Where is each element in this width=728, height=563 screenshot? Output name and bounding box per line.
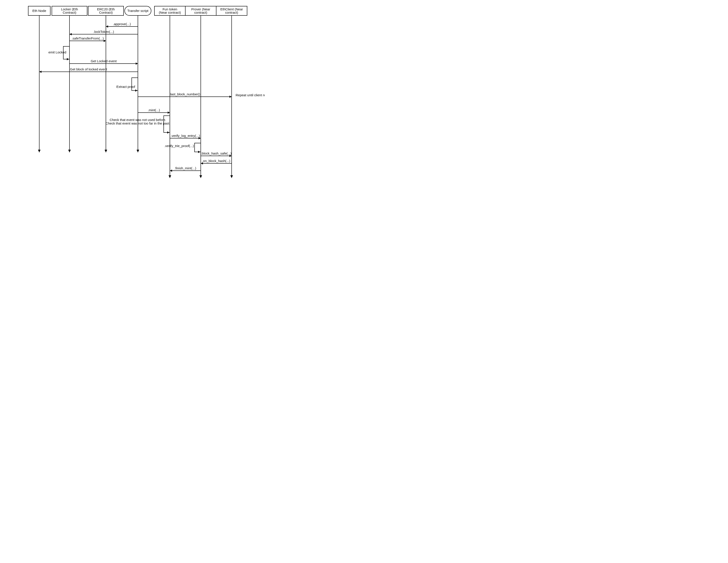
msg-label-13: .on_block_hash(...) bbox=[202, 159, 230, 163]
actor-label-script: Transfer script bbox=[127, 9, 148, 13]
svg-marker-16 bbox=[167, 131, 169, 133]
svg-marker-1 bbox=[68, 150, 71, 152]
svg-marker-11 bbox=[136, 62, 138, 65]
msg-label-11: .verify_trie_proof(...) bbox=[164, 144, 194, 148]
sequence-diagram: Eth NodeLocker (EthContract)ERC20 (EthCo… bbox=[0, 0, 265, 199]
svg-marker-0 bbox=[38, 150, 41, 152]
msg-label-12: .block_hash_safe(...) bbox=[201, 151, 231, 155]
msg-note-7: Repeat until client receives the block w… bbox=[236, 93, 265, 97]
msg-label-9: Check that event was not used before.Che… bbox=[106, 118, 170, 125]
msg-label-7: .last_block_number() bbox=[169, 92, 200, 96]
svg-marker-21 bbox=[170, 169, 172, 172]
msg-label-3: emit Locked bbox=[49, 50, 66, 54]
svg-marker-9 bbox=[104, 40, 106, 42]
svg-marker-12 bbox=[39, 71, 41, 73]
actor-label-erc20: ERC20 (EthContract) bbox=[97, 7, 115, 14]
svg-marker-6 bbox=[230, 175, 233, 178]
msg-label-5: Get block of locked event bbox=[70, 67, 107, 71]
msg-label-2: .safeTransferFrom(...) bbox=[72, 36, 104, 40]
msg-label-8: .mint(...) bbox=[148, 108, 160, 112]
svg-marker-8 bbox=[69, 33, 72, 35]
svg-marker-2 bbox=[105, 150, 107, 152]
msg-label-14: .finish_mint(...) bbox=[174, 166, 196, 170]
self-msg-11 bbox=[195, 143, 201, 152]
self-msg-6 bbox=[132, 78, 138, 90]
msg-label-6: Extract proof bbox=[116, 85, 135, 88]
actor-label-eth: Eth Node bbox=[32, 9, 46, 13]
svg-marker-5 bbox=[199, 175, 202, 178]
actor-label-locker: Locker (EthContract) bbox=[61, 7, 78, 14]
svg-marker-18 bbox=[198, 151, 200, 153]
msg-label-1: .lockToken(...) bbox=[93, 30, 114, 34]
svg-marker-14 bbox=[229, 96, 232, 98]
msg-label-4: Get Locked event bbox=[91, 59, 117, 63]
svg-marker-15 bbox=[168, 111, 170, 114]
svg-marker-7 bbox=[106, 25, 108, 28]
svg-marker-10 bbox=[67, 58, 69, 60]
msg-label-0: .approve(...) bbox=[113, 22, 131, 26]
svg-marker-4 bbox=[169, 175, 171, 178]
svg-marker-3 bbox=[137, 150, 139, 152]
svg-marker-13 bbox=[135, 89, 137, 92]
msg-label-10: .verify_log_entry(...) bbox=[171, 134, 200, 137]
